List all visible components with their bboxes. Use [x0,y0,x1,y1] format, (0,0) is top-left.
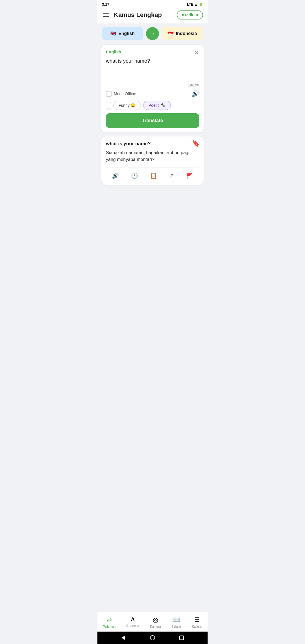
source-language-button[interactable]: 🇬🇧 English [102,27,143,40]
kredit-button[interactable]: Kredit: 0 [177,10,203,19]
time: 3:17 [102,2,109,6]
recents-button[interactable] [178,635,185,641]
translate-button[interactable]: Translate [106,113,199,128]
menu-line-2 [103,15,109,15]
chip-funny[interactable]: Funny 😄 [113,101,141,110]
result-card: 🔖 what is your name? Siapakah namamu, ba… [101,136,204,185]
offline-mode-row: Mode Offline [106,91,136,97]
chip-funny-label: Funny 😄 [119,103,136,108]
history-button[interactable]: 🕐 [129,171,140,180]
main-content: English ✕ what is your name? 18/100 Mode… [97,45,208,612]
top-nav: Kamus Lengkap Kredit: 0 [97,8,208,23]
copy-button[interactable]: 📋 [148,171,159,180]
grammar-label: Grammar [126,624,139,627]
home-button[interactable] [149,635,156,641]
menu-line-1 [103,13,109,14]
home-icon [150,635,155,640]
swap-language-button[interactable]: → [146,27,159,40]
char-count: 18/100 [106,83,199,87]
mode-chips: Funny 😄 Poetic ✒️ [106,101,199,110]
clear-input-button[interactable]: ✕ [194,49,199,56]
app-title: Kamus Lengkap [114,11,173,19]
back-button[interactable] [120,635,127,641]
nav-kalimat[interactable]: ☰ Kalimat [188,615,206,629]
terjemah-label: Terjemah [103,625,116,628]
input-lang-label: English [106,49,121,54]
status-bar: 3:17 LTE ▲ 🔋 [97,0,208,8]
input-header: English ✕ [106,49,199,56]
kalimat-icon: ☰ [194,616,200,624]
result-actions: 🔊 🕐 📋 ↗ 🚩 [106,167,199,180]
menu-button[interactable] [102,12,110,18]
nav-grammar[interactable]: A Grammar [123,615,143,629]
belajar-label: Belajar [171,625,181,628]
offline-label: Mode Offline [114,92,136,96]
status-icons: LTE ▲ 🔋 [187,3,203,6]
back-icon [121,636,125,640]
offline-checkbox[interactable] [106,91,112,97]
grammar-icon: A [131,616,135,623]
signal-icon: ▲ [194,3,198,6]
target-language-button[interactable]: 🇮🇩 Indonesia [162,27,203,40]
target-lang-label: Indonesia [176,31,197,36]
kalimat-label: Kalimat [192,625,202,628]
system-bar [97,632,208,644]
translation-input[interactable]: what is your name? [106,58,199,81]
tts-result-button[interactable]: 🔊 [110,171,121,180]
chip-poetic[interactable]: Poetic ✒️ [143,101,171,110]
target-flag: 🇮🇩 [168,31,174,36]
battery-icon: 🔋 [199,3,203,6]
language-selector: 🇬🇧 English → 🇮🇩 Indonesia [97,23,208,45]
result-source-text: what is your name? [106,141,199,147]
nav-belajar[interactable]: 📖 Belajar [168,615,184,629]
menu-line-3 [103,16,109,17]
source-lang-label: English [118,31,135,36]
share-button[interactable]: ↗ [167,171,176,180]
source-flag: 🇬🇧 [110,31,116,36]
belajar-icon: 📖 [173,616,180,624]
chip-poetic-label: Poetic ✒️ [149,103,165,108]
terjemah-icon: ⇄ [107,616,112,624]
bookmark-button[interactable]: 🔖 [192,140,200,147]
kamera-label: Kamera [150,625,161,628]
input-card: English ✕ what is your name? 18/100 Mode… [101,45,204,132]
result-translated-text: Siapakah namamu, bagaikan embun pagi yan… [106,149,199,163]
nav-terjemah[interactable]: ⇄ Terjemah [99,615,119,629]
chip-partial-left[interactable] [106,101,111,110]
options-row: Mode Offline 🔊 [106,90,199,97]
report-button[interactable]: 🚩 [184,171,195,180]
kamera-icon: ◎ [153,616,158,624]
tts-input-button[interactable]: 🔊 [191,90,199,97]
recents-icon [179,636,184,640]
bottom-nav: ⇄ Terjemah A Grammar ◎ Kamera 📖 Belajar … [97,612,208,632]
signal-text: LTE [187,3,193,6]
nav-kamera[interactable]: ◎ Kamera [147,615,164,629]
swap-icon: → [150,30,155,37]
